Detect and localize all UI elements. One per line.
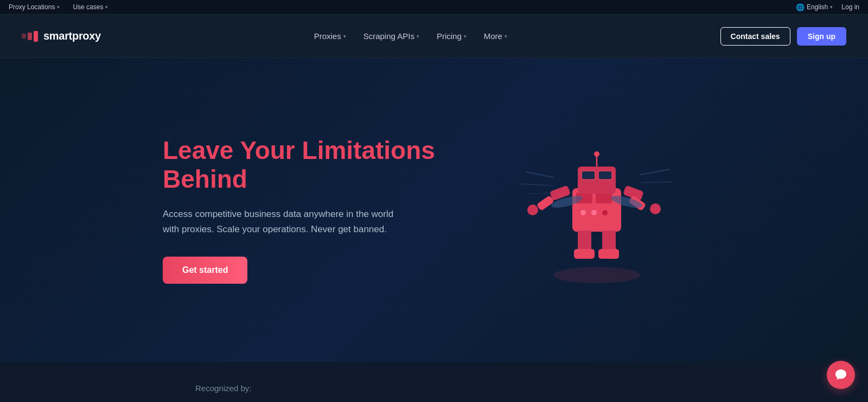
proxy-locations-label: Proxy Locations — [9, 3, 55, 11]
proxies-chevron-icon: ▾ — [343, 34, 346, 39]
svg-rect-7 — [582, 171, 595, 180]
nav-pricing-label: Pricing — [437, 31, 462, 41]
nav-more-label: More — [484, 31, 502, 41]
use-cases-chevron-icon: ▾ — [105, 4, 108, 10]
nav-proxies[interactable]: Proxies ▾ — [308, 27, 353, 45]
svg-point-5 — [602, 210, 608, 215]
chat-button[interactable] — [827, 361, 855, 389]
chat-icon — [834, 368, 848, 382]
svg-rect-8 — [598, 171, 612, 180]
svg-rect-20 — [598, 249, 619, 259]
hero-robot-visual — [488, 123, 705, 297]
svg-point-16 — [650, 203, 661, 214]
top-bar-left: Proxy Locations ▾ Use cases ▾ — [9, 3, 108, 11]
svg-rect-19 — [574, 249, 595, 259]
use-cases-label: Use cases — [73, 3, 103, 11]
proxy-locations-chevron-icon: ▾ — [57, 4, 60, 10]
recognized-label: Recognized by: — [0, 384, 868, 393]
language-selector[interactable]: 🌐 English ▾ — [796, 3, 833, 11]
svg-point-10 — [594, 151, 599, 157]
proxy-locations-menu[interactable]: Proxy Locations ▾ — [9, 3, 60, 11]
more-chevron-icon: ▾ — [505, 34, 507, 39]
svg-line-25 — [641, 182, 673, 183]
hero-title: Leave Your Limitations Behind — [163, 136, 445, 194]
nav-pricing[interactable]: Pricing ▾ — [430, 27, 473, 45]
nav-scraping-apis-label: Scraping APIs — [363, 31, 414, 41]
logo-text: smartproxy — [43, 30, 101, 42]
nav-actions: Contact sales Sign up — [720, 27, 846, 46]
nav-more[interactable]: More ▾ — [477, 27, 514, 45]
nav-scraping-apis[interactable]: Scraping APIs ▾ — [357, 27, 426, 45]
scraping-chevron-icon: ▾ — [417, 34, 419, 39]
svg-point-4 — [591, 210, 597, 215]
top-bar-right: 🌐 English ▾ Log in — [796, 3, 859, 11]
signup-button[interactable]: Sign up — [797, 27, 846, 46]
svg-line-22 — [521, 184, 552, 186]
logo-bar-2 — [28, 33, 32, 40]
pricing-chevron-icon: ▾ — [464, 34, 467, 39]
nav-links: Proxies ▾ Scraping APIs ▾ Pricing ▾ More… — [308, 27, 514, 45]
hero-section: Leave Your Limitations Behind Access com… — [0, 58, 868, 362]
nav-proxies-label: Proxies — [314, 31, 341, 41]
main-navbar: smartproxy Proxies ▾ Scraping APIs ▾ Pri… — [0, 15, 868, 58]
svg-point-13 — [527, 205, 538, 215]
logo-icon — [22, 31, 38, 42]
hero-content: Leave Your Limitations Behind Access com… — [108, 101, 760, 318]
login-label: Log in — [841, 3, 859, 11]
hero-description: Access competitive business data anywher… — [163, 207, 412, 237]
get-started-button[interactable]: Get started — [163, 257, 247, 284]
hero-text: Leave Your Limitations Behind Access com… — [163, 136, 445, 284]
contact-sales-button[interactable]: Contact sales — [720, 27, 790, 46]
translate-icon: 🌐 — [796, 3, 805, 11]
robot-illustration — [510, 123, 684, 297]
logo-bar-3 — [22, 34, 26, 39]
logo[interactable]: smartproxy — [22, 30, 101, 42]
top-bar: Proxy Locations ▾ Use cases ▾ 🌐 English … — [0, 0, 868, 15]
login-link[interactable]: Log in — [841, 3, 859, 11]
svg-rect-2 — [596, 193, 612, 203]
svg-line-24 — [640, 169, 670, 175]
language-label: English — [807, 3, 828, 11]
language-chevron-icon: ▾ — [830, 4, 833, 10]
svg-point-3 — [580, 210, 586, 215]
logo-bar-1 — [34, 31, 38, 42]
svg-line-21 — [526, 172, 553, 177]
use-cases-menu[interactable]: Use cases ▾ — [73, 3, 108, 11]
recognized-section: Recognized by: ⬡ HACKERNOON EEWeb INDIE … — [0, 362, 868, 402]
svg-point-28 — [553, 267, 640, 283]
